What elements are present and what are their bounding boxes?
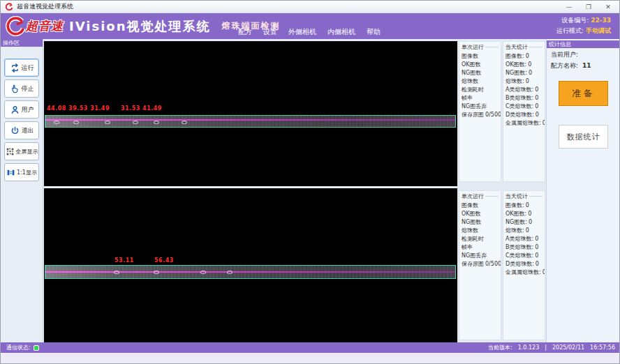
window-title: 超音速视觉处理系统	[17, 2, 73, 11]
daily-stats-rows: 图像数:0 OK图数:0 NG图数:0 熔珠数:0 A类熔珠数:0 B类熔珠数:…	[505, 202, 542, 277]
run-button[interactable]: 运行	[4, 59, 39, 77]
fullscreen-button[interactable]: 全屏显示	[4, 142, 39, 160]
daily-stats-title: 当天统计	[505, 43, 542, 51]
outer-camera-viewport: 44.08 39.53 31.49 31.53 41.49	[44, 41, 457, 186]
menu-item[interactable]: 内侧相机	[327, 27, 355, 37]
one-to-one-icon	[6, 168, 15, 177]
sidebar-title: 操作区	[1, 39, 43, 47]
stat-row: 金属屑熔珠数:0	[505, 119, 542, 128]
stat-row: OK图数:0	[505, 210, 542, 218]
single-run-rows: 图像数 OK图数 NG图数 熔珠数 检测耗时 帧率 NG图丢弃	[462, 52, 499, 119]
exit-button[interactable]: 退出	[4, 121, 39, 139]
single-run-box: 单次运行 图像数 OK图数 NG图数 熔珠数 检测耗时	[459, 190, 501, 340]
camera-view-area: 44.08 39.53 31.49 31.53 41.49 53.11 56.4…	[44, 39, 457, 342]
stat-row: 图像数	[462, 52, 499, 61]
comm-status-label: 通信状态:	[6, 344, 31, 351]
current-user-row: 当前用户:	[547, 48, 620, 59]
operation-sidebar: 操作区 运行 停止	[1, 39, 43, 342]
bead-blob	[133, 121, 138, 124]
stat-row: C类熔珠数:0	[505, 103, 542, 111]
menu-item[interactable]: 配方	[238, 27, 252, 37]
version-label: 当前版本:	[488, 344, 512, 351]
run-button-label: 运行	[22, 63, 34, 73]
inner-camera-stats: 单次运行 图像数 OK图数 NG图数 熔珠数 检测耗时	[459, 190, 545, 340]
stat-row: NG图数:0	[505, 69, 542, 77]
status-date: 2025/02/11	[552, 344, 584, 351]
one-to-one-button[interactable]: 1:1显示	[4, 163, 39, 181]
bead-blob	[73, 121, 79, 124]
stat-row: OK图数	[462, 61, 499, 69]
measurement-annotation: 44.08 39.53 31.49	[47, 105, 110, 112]
bead-centerline	[45, 271, 455, 273]
status-separator: |	[545, 344, 547, 351]
stat-row: D类熔珠数:0	[505, 260, 542, 268]
recipe-name-row: 配方名称: 11	[547, 59, 620, 70]
user-button[interactable]: 用户	[4, 100, 39, 119]
run-mode-label: 运行模式:	[556, 27, 584, 34]
fullscreen-grid-icon	[6, 147, 15, 156]
stat-row: B类熔珠数:0	[505, 243, 542, 252]
daily-stats-box: 当天统计 图像数:0 OK图数:0 NG图数:0 熔珠数:0 A类熔珠数:0	[503, 41, 545, 182]
menu-item[interactable]: 帮助	[367, 27, 381, 37]
device-info: 设备编号: 22-33 运行模式: 手动调试	[556, 15, 611, 36]
close-icon[interactable]: ✕	[604, 1, 612, 13]
stat-row: NG图数:0	[505, 218, 542, 227]
single-run-title: 单次运行	[462, 192, 499, 200]
recipe-name-label: 配方名称:	[551, 62, 578, 69]
app-logo-icon	[5, 3, 13, 11]
data-statistics-button[interactable]: 数据统计	[559, 125, 608, 149]
menubar: 配方设置外侧相机内侧相机帮助	[238, 27, 381, 37]
fullscreen-button-label: 全屏显示	[16, 148, 38, 156]
device-number-label: 设备编号:	[561, 17, 589, 24]
stat-row: C类熔珠数:0	[505, 252, 542, 260]
comm-status-led	[34, 345, 39, 351]
daily-stats-rows: 图像数:0 OK图数:0 NG图数:0 熔珠数:0 A类熔珠数:0 B类熔珠数:…	[505, 52, 542, 128]
menu-item[interactable]: 外侧相机	[288, 27, 316, 37]
bead-blob	[114, 271, 119, 274]
stat-row: NG图数	[462, 69, 499, 77]
app-header: 超音速 IVision视觉处理系统 熔珠端面检测 配方设置外侧相机内侧相机帮助 …	[1, 13, 620, 39]
stat-row: 帧率	[462, 243, 499, 252]
status-right: 当前版本: 1.0.123 | 2025/02/11 16:57:56	[488, 344, 615, 351]
measurement-annotation: 56.43	[154, 257, 174, 264]
stop-button[interactable]: 停止	[4, 79, 39, 98]
bead-blob	[154, 121, 159, 124]
recipe-name-value: 11	[582, 62, 591, 69]
stat-row: 检测耗时	[462, 235, 499, 243]
single-run-rows: 图像数 OK图数 NG图数 熔珠数 检测耗时 帧率 NG图丢弃	[462, 202, 499, 268]
bead-blob	[182, 121, 187, 124]
menu-item[interactable]: 设置	[263, 27, 277, 37]
brand-name: 超音速	[26, 18, 64, 34]
user-icon	[10, 105, 20, 115]
version-value: 1.0.123	[518, 344, 540, 351]
stat-row: 金属屑熔珠数:0	[505, 268, 542, 277]
inner-camera-viewport: 53.11 56.43	[44, 188, 457, 342]
stat-row: NG图丢弃	[462, 103, 499, 111]
measurement-annotation: 31.53 41.49	[121, 105, 162, 112]
stat-row: NG图数	[462, 218, 499, 227]
content-area: 操作区 运行 停止	[1, 39, 620, 342]
stat-row: NG图丢弃	[462, 252, 499, 260]
minimize-icon[interactable]: —	[565, 1, 573, 13]
stat-row: OK图数	[462, 210, 499, 218]
daily-stats-box: 当天统计 图像数:0 OK图数:0 NG图数:0 熔珠数:0 A类熔珠数:0	[503, 190, 545, 340]
stat-row: A类熔珠数:0	[505, 86, 542, 94]
one-to-one-button-label: 1:1显示	[17, 169, 37, 176]
restore-icon[interactable]: ❐	[584, 1, 593, 13]
bead-blob	[227, 271, 232, 274]
current-user-label: 当前用户:	[551, 51, 578, 58]
brand-swirl-icon	[5, 16, 26, 37]
statistics-info-panel: 统计信息 当前用户: 配方名称: 11 准备 数据统计	[546, 39, 620, 342]
weld-bead-detection-strip	[45, 265, 456, 279]
bead-blob	[154, 271, 159, 274]
bead-blob	[54, 121, 59, 124]
os-titlebar: 超音速视觉处理系统 — ❐ ✕	[1, 1, 620, 13]
single-run-title: 单次运行	[462, 43, 499, 51]
exit-button-label: 退出	[22, 126, 34, 135]
bead-blob	[105, 121, 110, 124]
status-bar: 通信状态: 当前版本: 1.0.123 | 2025/02/11 16:57:5…	[1, 342, 620, 353]
device-number-row: 设备编号: 22-33	[556, 15, 611, 26]
prepare-button[interactable]: 准备	[559, 81, 608, 106]
info-panel-title: 统计信息	[547, 40, 620, 48]
bottom-strip	[1, 353, 620, 364]
